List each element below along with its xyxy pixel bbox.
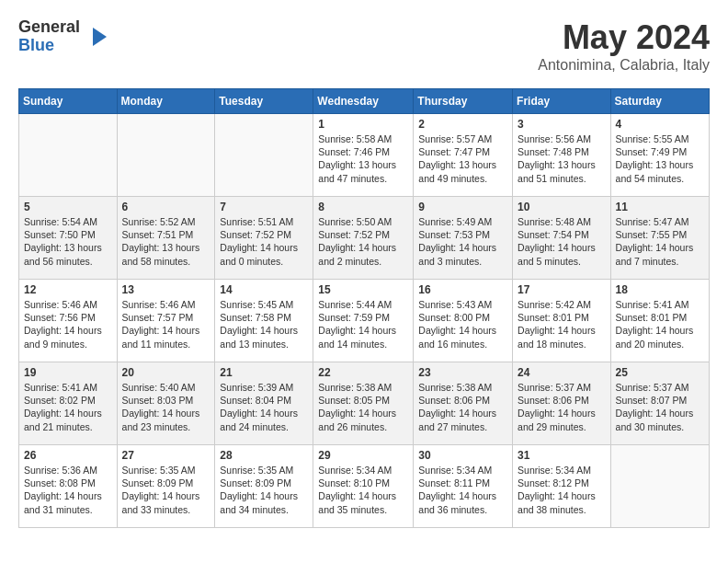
day-number: 13	[122, 283, 210, 296]
day-info: Sunrise: 5:50 AM Sunset: 7:52 PM Dayligh…	[318, 215, 408, 268]
day-number: 7	[220, 201, 308, 213]
day-number: 24	[518, 366, 606, 379]
calendar-cell: 5Sunrise: 5:54 AM Sunset: 7:50 PM Daylig…	[19, 197, 118, 280]
day-number: 23	[418, 366, 507, 379]
header-thursday: Thursday	[414, 89, 513, 114]
logo-blue: Blue	[18, 37, 80, 55]
day-number: 4	[616, 118, 704, 131]
calendar-cell: 3Sunrise: 5:56 AM Sunset: 7:48 PM Daylig…	[513, 114, 611, 197]
day-number: 28	[220, 449, 308, 462]
day-info: Sunrise: 5:47 AM Sunset: 7:55 PM Dayligh…	[616, 215, 704, 268]
day-info: Sunrise: 5:49 AM Sunset: 7:53 PM Dayligh…	[418, 215, 507, 268]
day-number: 30	[418, 449, 507, 462]
calendar-cell: 14Sunrise: 5:45 AM Sunset: 7:58 PM Dayli…	[215, 280, 313, 362]
calendar-cell: 19Sunrise: 5:41 AM Sunset: 8:02 PM Dayli…	[19, 362, 118, 445]
day-number: 29	[318, 449, 408, 462]
calendar-cell	[19, 114, 118, 197]
calendar-cell: 30Sunrise: 5:34 AM Sunset: 8:11 PM Dayli…	[414, 445, 513, 528]
day-number: 22	[318, 366, 408, 379]
calendar-cell: 7Sunrise: 5:51 AM Sunset: 7:52 PM Daylig…	[215, 197, 313, 280]
day-number: 10	[518, 201, 606, 213]
calendar-cell: 22Sunrise: 5:38 AM Sunset: 8:05 PM Dayli…	[313, 362, 414, 445]
calendar-cell: 23Sunrise: 5:38 AM Sunset: 8:06 PM Dayli…	[414, 362, 513, 445]
day-number: 2	[418, 118, 507, 131]
day-number: 6	[122, 201, 210, 213]
calendar-cell: 25Sunrise: 5:37 AM Sunset: 8:07 PM Dayli…	[610, 362, 709, 445]
day-info: Sunrise: 5:40 AM Sunset: 8:03 PM Dayligh…	[122, 381, 210, 433]
day-number: 16	[418, 283, 507, 296]
day-info: Sunrise: 5:42 AM Sunset: 8:01 PM Dayligh…	[518, 298, 606, 350]
day-info: Sunrise: 5:41 AM Sunset: 8:01 PM Dayligh…	[616, 298, 704, 350]
week-row-1: 5Sunrise: 5:54 AM Sunset: 7:50 PM Daylig…	[19, 197, 710, 280]
day-number: 31	[518, 449, 606, 462]
calendar-cell: 11Sunrise: 5:47 AM Sunset: 7:55 PM Dayli…	[610, 197, 709, 280]
day-info: Sunrise: 5:45 AM Sunset: 7:58 PM Dayligh…	[220, 298, 308, 350]
logo-icon	[84, 23, 111, 51]
day-info: Sunrise: 5:43 AM Sunset: 8:00 PM Dayligh…	[418, 298, 507, 350]
day-info: Sunrise: 5:48 AM Sunset: 7:54 PM Dayligh…	[518, 215, 606, 268]
calendar-cell: 24Sunrise: 5:37 AM Sunset: 8:06 PM Dayli…	[513, 362, 611, 445]
calendar-cell: 4Sunrise: 5:55 AM Sunset: 7:49 PM Daylig…	[610, 114, 709, 197]
day-info: Sunrise: 5:39 AM Sunset: 8:04 PM Dayligh…	[220, 381, 308, 433]
day-info: Sunrise: 5:37 AM Sunset: 8:06 PM Dayligh…	[518, 381, 606, 433]
calendar-cell: 27Sunrise: 5:35 AM Sunset: 8:09 PM Dayli…	[117, 445, 215, 528]
logo: General Blue	[18, 18, 111, 55]
day-info: Sunrise: 5:34 AM Sunset: 8:11 PM Dayligh…	[418, 464, 507, 516]
day-info: Sunrise: 5:56 AM Sunset: 7:48 PM Dayligh…	[518, 132, 606, 185]
week-row-2: 12Sunrise: 5:46 AM Sunset: 7:56 PM Dayli…	[19, 280, 710, 362]
day-number: 26	[24, 449, 112, 462]
header-sunday: Sunday	[19, 89, 118, 114]
day-info: Sunrise: 5:57 AM Sunset: 7:47 PM Dayligh…	[418, 132, 507, 185]
location: Antonimina, Calabria, Italy	[538, 57, 710, 74]
calendar-cell: 8Sunrise: 5:50 AM Sunset: 7:52 PM Daylig…	[313, 197, 414, 280]
calendar-cell: 2Sunrise: 5:57 AM Sunset: 7:47 PM Daylig…	[414, 114, 513, 197]
day-number: 1	[318, 118, 408, 131]
calendar-cell: 21Sunrise: 5:39 AM Sunset: 8:04 PM Dayli…	[215, 362, 313, 445]
calendar-cell: 31Sunrise: 5:34 AM Sunset: 8:12 PM Dayli…	[513, 445, 611, 528]
day-info: Sunrise: 5:38 AM Sunset: 8:05 PM Dayligh…	[318, 381, 408, 433]
day-info: Sunrise: 5:36 AM Sunset: 8:08 PM Dayligh…	[24, 464, 112, 516]
day-info: Sunrise: 5:34 AM Sunset: 8:10 PM Dayligh…	[318, 464, 408, 516]
day-number: 3	[518, 118, 606, 131]
day-number: 11	[616, 201, 704, 213]
header-monday: Monday	[117, 89, 215, 114]
calendar-table: SundayMondayTuesdayWednesdayThursdayFrid…	[18, 88, 710, 528]
day-number: 18	[616, 283, 704, 296]
header-saturday: Saturday	[610, 89, 709, 114]
calendar-cell: 18Sunrise: 5:41 AM Sunset: 8:01 PM Dayli…	[610, 280, 709, 362]
day-info: Sunrise: 5:46 AM Sunset: 7:56 PM Dayligh…	[24, 298, 112, 350]
day-info: Sunrise: 5:54 AM Sunset: 7:50 PM Dayligh…	[24, 215, 112, 268]
day-number: 20	[122, 366, 210, 379]
calendar-cell	[117, 114, 215, 197]
day-info: Sunrise: 5:41 AM Sunset: 8:02 PM Dayligh…	[24, 381, 112, 433]
day-number: 17	[518, 283, 606, 296]
calendar-cell: 9Sunrise: 5:49 AM Sunset: 7:53 PM Daylig…	[414, 197, 513, 280]
header-friday: Friday	[513, 89, 611, 114]
calendar-cell	[215, 114, 313, 197]
day-number: 27	[122, 449, 210, 462]
calendar-cell: 20Sunrise: 5:40 AM Sunset: 8:03 PM Dayli…	[117, 362, 215, 445]
day-info: Sunrise: 5:52 AM Sunset: 7:51 PM Dayligh…	[122, 215, 210, 268]
day-number: 5	[24, 201, 112, 213]
calendar-cell: 15Sunrise: 5:44 AM Sunset: 7:59 PM Dayli…	[313, 280, 414, 362]
day-info: Sunrise: 5:51 AM Sunset: 7:52 PM Dayligh…	[220, 215, 308, 268]
day-number: 9	[418, 201, 507, 213]
day-number: 19	[24, 366, 112, 379]
calendar-cell: 29Sunrise: 5:34 AM Sunset: 8:10 PM Dayli…	[313, 445, 414, 528]
page-header: General Blue May 2024 Antonimina, Calabr…	[18, 18, 710, 74]
day-number: 8	[318, 201, 408, 213]
calendar-cell: 13Sunrise: 5:46 AM Sunset: 7:57 PM Dayli…	[117, 280, 215, 362]
day-info: Sunrise: 5:35 AM Sunset: 8:09 PM Dayligh…	[122, 464, 210, 516]
day-info: Sunrise: 5:34 AM Sunset: 8:12 PM Dayligh…	[518, 464, 606, 516]
day-number: 14	[220, 283, 308, 296]
calendar-cell: 1Sunrise: 5:58 AM Sunset: 7:46 PM Daylig…	[313, 114, 414, 197]
day-info: Sunrise: 5:46 AM Sunset: 7:57 PM Dayligh…	[122, 298, 210, 350]
svg-marker-0	[93, 28, 107, 46]
title-block: May 2024 Antonimina, Calabria, Italy	[538, 18, 710, 74]
day-number: 21	[220, 366, 308, 379]
day-info: Sunrise: 5:58 AM Sunset: 7:46 PM Dayligh…	[318, 132, 408, 185]
day-info: Sunrise: 5:38 AM Sunset: 8:06 PM Dayligh…	[418, 381, 507, 433]
week-row-0: 1Sunrise: 5:58 AM Sunset: 7:46 PM Daylig…	[19, 114, 710, 197]
day-number: 15	[318, 283, 408, 296]
header-row: SundayMondayTuesdayWednesdayThursdayFrid…	[19, 89, 710, 114]
